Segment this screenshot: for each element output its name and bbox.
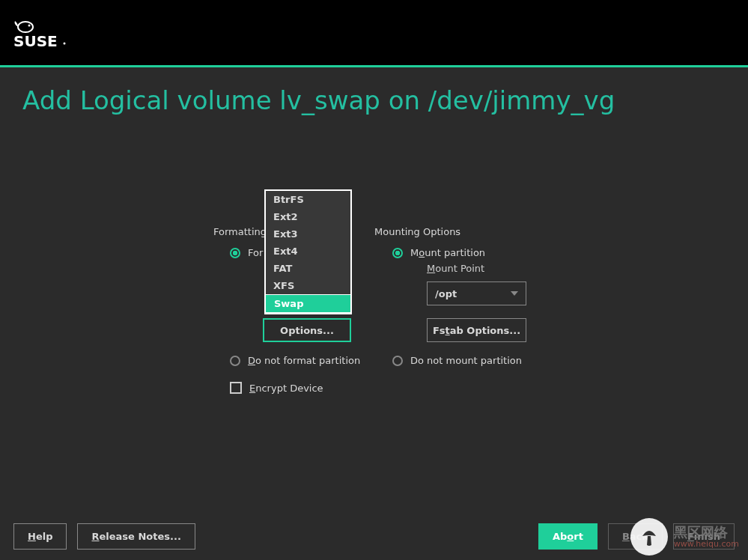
radio-icon [392,356,403,366]
svg-point-0 [18,22,33,32]
radio-do-not-format[interactable]: Do not format partition [230,355,360,366]
abort-button[interactable]: Abort [538,523,598,550]
footer-bar: Help Release Notes... Abort Back Finish [13,523,735,550]
watermark-text: 黑区网络 www.heiqu.com [674,525,739,550]
radio-icon [392,248,403,258]
fstab-options-button[interactable]: Fstab Options... [427,318,526,342]
fs-option-btrfs[interactable]: BtrFS [266,191,350,208]
content-area: Add Logical volume lv_swap on /dev/jimmy… [0,67,748,133]
fs-option-ext4[interactable]: Ext4 [266,243,350,260]
page-title: Add Logical volume lv_swap on /dev/jimmy… [22,85,726,115]
fs-option-swap[interactable]: Swap [265,294,351,313]
fs-option-fat[interactable]: FAT [266,260,350,277]
filesystem-dropdown[interactable]: BtrFS Ext2 Ext3 Ext4 FAT XFS Swap [264,189,352,314]
mushroom-icon [630,518,668,556]
checkbox-encrypt-device[interactable]: Encrypt Device [230,382,323,394]
header-bar: SUSE [0,0,748,65]
footer-left: Help Release Notes... [13,523,195,550]
checkbox-label: Encrypt Device [249,383,323,394]
checkbox-icon [230,382,242,394]
radio-label: For [248,247,263,258]
radio-label: Mount partition [410,247,485,258]
fs-option-xfs[interactable]: XFS [266,277,350,294]
radio-format-partition[interactable]: For [230,247,263,258]
radio-icon [230,248,240,258]
fs-option-ext2[interactable]: Ext2 [266,208,350,225]
radio-mount-partition[interactable]: Mount partition [392,247,485,258]
mount-point-value: /opt [435,288,457,299]
radio-label: Do not format partition [248,355,360,366]
svg-point-1 [28,24,31,26]
chevron-down-icon [511,291,518,296]
fs-option-ext3[interactable]: Ext3 [266,225,350,243]
help-button[interactable]: Help [13,523,67,550]
mount-point-label: Mount Point [427,263,484,274]
release-notes-button[interactable]: Release Notes... [77,523,195,550]
suse-logo: SUSE [13,16,81,49]
svg-text:SUSE: SUSE [13,32,58,49]
mounting-section-label: Mounting Options [374,226,460,237]
format-options-button[interactable]: Options... [263,318,351,342]
svg-point-3 [64,42,66,44]
radio-icon [230,356,240,366]
mount-point-select[interactable]: /opt [427,281,526,305]
formatting-section-label: Formatting [213,226,267,237]
radio-label: Do not mount partition [410,355,522,366]
watermark: 黑区网络 www.heiqu.com [630,518,739,556]
radio-do-not-mount[interactable]: Do not mount partition [392,355,522,366]
